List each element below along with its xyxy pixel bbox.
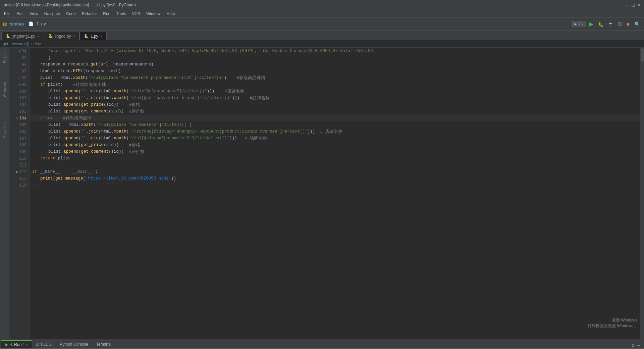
close-tab-1py[interactable]: ×: [100, 34, 102, 38]
run-config-name: ▶: [575, 22, 577, 26]
line-num-102: 102: [9, 101, 29, 108]
menu-help[interactable]: Help: [164, 11, 178, 17]
vtab-project[interactable]: Project: [1, 49, 8, 66]
menu-tools[interactable]: Tools: [114, 11, 128, 17]
run-config-selector[interactable]: ▶ 1 ▾: [572, 21, 586, 27]
code-line-94: 'user-agent' : 'Mozilla/5.0 (Windows NT …: [30, 48, 640, 54]
window-controls[interactable]: ─ □ ✕: [626, 2, 641, 8]
close-button[interactable]: ✕: [637, 2, 641, 8]
minimize-button[interactable]: ─: [626, 2, 629, 8]
code-line-98: plist = html . xpath ( '//ul[@class="par…: [30, 74, 640, 81]
close-tab-jingdo[interactable]: ×: [73, 34, 75, 38]
code-line-106: plist . append ( '' . join ( html . xpat…: [30, 128, 640, 135]
tab-label-1py: 1.py: [91, 34, 98, 39]
code-line-107: plist . append ( '' . join ( html . xpat…: [30, 135, 640, 142]
run-button[interactable]: ▶: [588, 20, 595, 28]
run-config-number: 1: [578, 22, 580, 26]
menu-refactor[interactable]: Refactor: [79, 11, 100, 17]
toolbar-file: 1.py: [36, 22, 46, 27]
code-line-105: plist = html . xpath ( '//ul[@class="par…: [30, 121, 640, 128]
search-everywhere-button[interactable]: 🔍: [633, 21, 641, 28]
line-num-114: 114: [9, 182, 29, 189]
stop-button[interactable]: ■: [626, 21, 631, 28]
project-icon: 🗂: [3, 21, 7, 27]
tab-label-jingdong1: jingdong1.py: [12, 34, 35, 39]
menu-code[interactable]: Code: [63, 11, 78, 17]
fold-icon-99[interactable]: ▼: [18, 81, 22, 88]
code-line-95: }: [30, 54, 640, 61]
line-num-96: 96: [9, 61, 29, 68]
tab-label-jingdo: jingdo.py: [55, 34, 71, 39]
tab-terminal[interactable]: Terminal: [92, 340, 115, 348]
fold-icon-104[interactable]: ▼: [15, 115, 19, 121]
menu-run[interactable]: Run: [100, 11, 113, 17]
editor-tabs: 🐍 jingdong1.py × 🐍 jingdo.py × 🐍 1.py ×: [0, 31, 644, 40]
tab-jingdong1[interactable]: 🐍 jingdong1.py ×: [1, 32, 44, 40]
settings-icon[interactable]: ⚙: [632, 343, 634, 348]
debug-button[interactable]: 🐛: [597, 21, 605, 28]
main-area: Project Structure Favorites ▼94 95 96 97…: [0, 48, 644, 339]
fold-icon-94[interactable]: ▼: [18, 48, 22, 54]
vertical-sidebar: Project Structure Favorites: [0, 48, 9, 339]
code-line-101: plist . append ( '' . join ( html . xpat…: [30, 95, 640, 101]
coverage-button[interactable]: ☂: [607, 21, 614, 28]
line-num-113: 113: [9, 175, 29, 182]
line-num-95: 95: [9, 54, 29, 61]
line-num-104: ▼104: [9, 115, 29, 121]
menu-bar: File Edit View Navigate Code Refactor Ru…: [0, 10, 644, 17]
bottom-panel-tabs: ▶ 4: Run 1 × 6: TODO Python Console Term…: [0, 339, 644, 349]
line-num-106: 106: [9, 128, 29, 135]
line-num-98: ▷98: [9, 74, 29, 81]
close-tab-jingdong1[interactable]: ×: [37, 34, 39, 38]
tab-jingdo[interactable]: 🐍 jingdo.py ×: [44, 32, 79, 40]
menu-navigate[interactable]: Navigate: [42, 11, 63, 17]
line-num-110: 110: [9, 155, 29, 162]
menu-file[interactable]: File: [1, 11, 13, 17]
tab-python-console[interactable]: Python Console: [56, 340, 92, 348]
tab-run-indicator: 1 ×: [23, 343, 28, 347]
breadcrumb-bar: get_message() › else: [0, 40, 644, 48]
code-content[interactable]: 'user-agent' : 'Mozilla/5.0 (Windows NT …: [30, 48, 640, 339]
line-num-103: 103: [9, 108, 29, 115]
tab-todo-label: 6: TODO: [36, 342, 52, 347]
minimize-panel-icon[interactable]: ─: [637, 343, 640, 348]
vtab-structure[interactable]: Structure: [1, 79, 8, 100]
code-line-100: plist . append ( '' . join ( html . xpat…: [30, 88, 640, 95]
file-icon: 📄: [29, 21, 34, 27]
breadcrumb-separator: ›: [31, 42, 32, 46]
tab-run[interactable]: ▶ 4: Run 1 ×: [1, 340, 32, 348]
code-line-112: if __name__ == '__main__' :: [30, 168, 640, 175]
tab-run-badge: 4: Run: [10, 342, 21, 347]
code-line-109: plist . append ( get_comment ( sid )) #评…: [30, 148, 640, 155]
run-icon-112[interactable]: ▶: [15, 168, 19, 175]
vtab-favorites[interactable]: Favorites: [1, 120, 8, 140]
fold-icon-98[interactable]: ▷: [18, 74, 22, 81]
line-num-112: ▶112: [9, 168, 29, 175]
menu-view[interactable]: View: [27, 11, 41, 17]
breadcrumb-get-message[interactable]: get_message(): [3, 42, 30, 46]
run-icon-tab: ▶: [5, 342, 8, 347]
line-num-101: 101: [9, 95, 29, 101]
line-num-97: 97: [9, 68, 29, 74]
menu-edit[interactable]: Edit: [14, 11, 26, 17]
code-line-113: print ( get_message ( 'https://item.jd.c…: [30, 175, 640, 182]
tab-1py[interactable]: 🐍 1.py ×: [79, 32, 107, 40]
line-num-111: 111: [9, 162, 29, 168]
menu-vcs[interactable]: VCS: [129, 11, 143, 17]
code-line-96: response = requests . get ( url , header…: [30, 61, 640, 68]
py-file-icon-3: 🐍: [84, 34, 89, 38]
line-num-99: ▼99: [9, 81, 29, 88]
code-line-111: [30, 162, 640, 168]
breadcrumb-else[interactable]: else: [34, 42, 41, 46]
editor-scrollbar[interactable]: [640, 48, 644, 339]
line-number-gutter: ▼94 95 96 97 ▷98 ▼99 100 101 102 103 ▼10…: [9, 48, 30, 339]
menu-window[interactable]: Window: [144, 11, 163, 17]
line-num-94: ▼94: [9, 48, 29, 54]
tab-todo[interactable]: 6: TODO: [32, 340, 56, 348]
profile-button[interactable]: ⏱: [616, 21, 624, 28]
cursor: [92, 116, 92, 120]
window-title: tuotiao [C:\Users\lenovo\Desktop\python\…: [3, 3, 136, 7]
maximize-button[interactable]: □: [632, 2, 635, 8]
bottom-panel: ▶ 4: Run 1 × 6: TODO Python Console Term…: [0, 339, 644, 349]
line-num-108: 108: [9, 142, 29, 148]
